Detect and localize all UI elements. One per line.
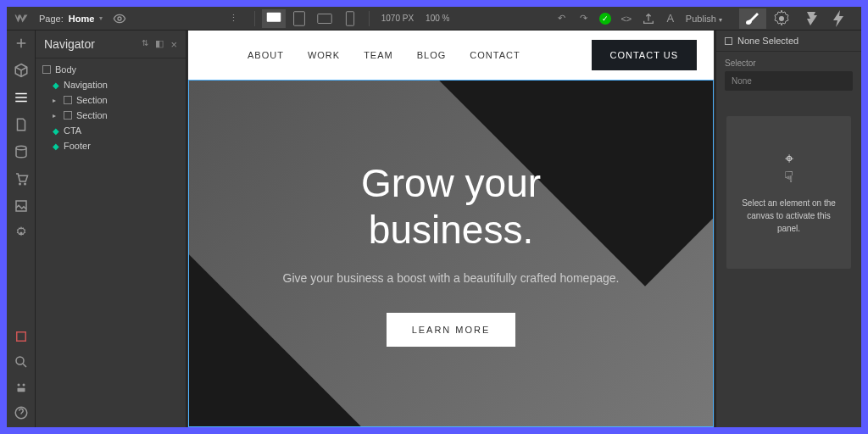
svg-rect-1 (266, 12, 281, 21)
ecommerce-icon[interactable] (14, 171, 29, 186)
style-tab-bolt[interactable] (826, 8, 853, 29)
close-icon[interactable]: × (170, 38, 177, 51)
breakpoint-width[interactable]: 1070 PX (376, 14, 419, 23)
code-icon[interactable]: <> (620, 12, 633, 25)
export-icon[interactable] (642, 12, 655, 25)
pointer-icon: ⌖☟ (737, 150, 841, 186)
tree-item-section-2[interactable]: ▸Section (36, 108, 186, 123)
site-navigation: ABOUT WORK TEAM BLOG CONTACT CONTACT US (188, 31, 714, 80)
empty-state: ⌖☟ Select an element on the canvas to ac… (726, 116, 851, 269)
zoom-level[interactable]: 100 % (420, 14, 454, 23)
video-icon[interactable] (14, 380, 29, 395)
svg-point-0 (118, 17, 121, 20)
nav-link-about[interactable]: ABOUT (248, 50, 284, 60)
tree-item-footer[interactable]: ◆Footer (36, 138, 186, 153)
nav-link-team[interactable]: TEAM (364, 50, 393, 60)
style-tab-brush[interactable] (739, 8, 766, 29)
svg-rect-2 (293, 11, 304, 25)
status-check-icon[interactable]: ✓ (599, 13, 611, 25)
style-panel: None Selected Selector None ⌖☟ Select an… (715, 31, 861, 427)
svg-point-5 (779, 16, 784, 21)
learn-more-button[interactable]: LEARN MORE (387, 313, 516, 347)
pages-icon[interactable] (14, 117, 29, 132)
style-tab-interactions[interactable] (797, 8, 824, 29)
tree-item-cta[interactable]: ◆CTA (36, 123, 186, 138)
svg-rect-3 (317, 14, 331, 23)
svg-point-13 (17, 384, 19, 387)
style-tab-settings[interactable] (768, 8, 795, 29)
help-icon[interactable] (14, 405, 29, 420)
svg-point-6 (16, 146, 26, 150)
top-bar: Page: Home ▾ ⋮ 1070 PX 100 % ↶ ↷ ✓ <> A … (7, 7, 861, 31)
svg-point-14 (22, 384, 25, 387)
tablet-device-button[interactable] (287, 9, 311, 28)
tablet-landscape-button[interactable] (313, 9, 337, 28)
nav-link-contact[interactable]: CONTACT (470, 50, 520, 60)
box-icon[interactable] (14, 63, 29, 78)
redo-icon[interactable]: ↷ (577, 12, 591, 25)
svg-rect-15 (17, 388, 25, 392)
assets-icon[interactable] (14, 198, 29, 214)
settings-icon[interactable] (14, 225, 29, 241)
tree-item-section-1[interactable]: ▸Section (36, 92, 186, 108)
navigator-icon[interactable] (14, 90, 29, 105)
tree-item-body[interactable]: Body (36, 62, 186, 77)
tree-item-navigation[interactable]: ◆Navigation (36, 77, 186, 92)
publish-button[interactable]: Publish ▾ (686, 14, 722, 24)
nav-link-blog[interactable]: BLOG (417, 50, 447, 60)
contact-us-button[interactable]: CONTACT US (592, 40, 698, 70)
hero-title[interactable]: Grow yourbusiness. (283, 160, 620, 253)
desktop-device-button[interactable] (262, 9, 286, 28)
navigator-panel: Navigator ⇅ ◧ × Body ◆Navigation ▸Sectio… (36, 31, 186, 427)
audit-icon[interactable] (14, 329, 29, 344)
search-icon[interactable] (14, 354, 29, 370)
navigator-tree: Body ◆Navigation ▸Section ▸Section ◆CTA … (36, 58, 186, 157)
a-icon[interactable]: A (664, 12, 677, 25)
webflow-logo-icon[interactable] (14, 11, 29, 26)
add-icon[interactable] (14, 36, 29, 51)
hero-subtitle[interactable]: Give your business a boost with a beauti… (283, 269, 620, 287)
selector-label: Selector (716, 52, 861, 71)
nav-link-work[interactable]: WORK (308, 50, 340, 60)
design-canvas[interactable]: ABOUT WORK TEAM BLOG CONTACT CONTACT US … (188, 31, 714, 427)
hero-section[interactable]: Grow yourbusiness. Give your business a … (188, 80, 714, 427)
mobile-device-button[interactable] (338, 9, 362, 28)
page-prefix: Page: (39, 14, 64, 24)
expand-icon[interactable]: ⇅ (142, 38, 148, 51)
svg-rect-11 (16, 332, 25, 342)
selection-indicator: None Selected (716, 31, 861, 52)
selector-field[interactable]: None (725, 71, 853, 91)
preview-icon[interactable] (113, 12, 126, 25)
navigator-title: Navigator (44, 37, 95, 51)
svg-rect-4 (346, 11, 353, 25)
page-name: Home (69, 14, 95, 24)
page-selector[interactable]: Page: Home ▾ (39, 14, 103, 24)
menu-dots-icon[interactable]: ⋮ (227, 12, 241, 25)
pin-icon[interactable]: ◧ (155, 38, 164, 51)
left-rail (7, 31, 36, 427)
svg-point-12 (16, 357, 24, 364)
svg-point-8 (24, 183, 25, 185)
svg-point-7 (19, 183, 20, 185)
undo-icon[interactable]: ↶ (555, 12, 569, 25)
cms-icon[interactable] (14, 144, 29, 159)
